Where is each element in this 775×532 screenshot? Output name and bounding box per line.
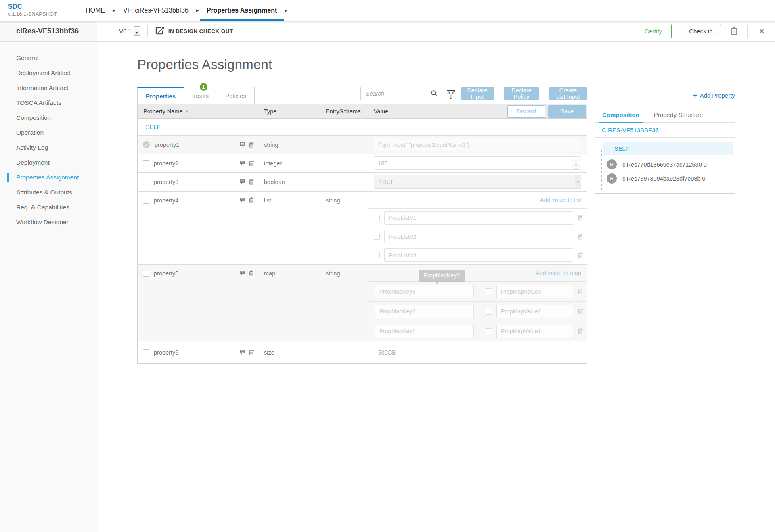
delete-icon[interactable] xyxy=(731,27,737,35)
property1-value-input[interactable] xyxy=(374,138,581,151)
tree-node-resource[interactable]: R ciRes770d18569e37ac712530 0 xyxy=(607,159,735,169)
list-item-checkbox[interactable] xyxy=(374,234,380,240)
list-item-input[interactable] xyxy=(384,230,573,243)
comment-icon[interactable] xyxy=(240,198,245,203)
sidebar-item-workflow-designer[interactable]: Workflow Designer xyxy=(0,215,97,229)
delete-map-entry-icon[interactable] xyxy=(578,328,583,334)
body: General Deployment Artifact Information … xyxy=(0,42,775,532)
tab-properties-label: Properties xyxy=(146,93,176,100)
add-value-to-map-link[interactable]: Add value to map xyxy=(536,270,581,276)
checked-disabled-checkbox[interactable] xyxy=(143,141,150,148)
delete-property-icon[interactable] xyxy=(248,269,255,277)
comment-icon[interactable] xyxy=(240,161,245,166)
row-checkbox[interactable] xyxy=(143,349,149,355)
delete-map-entry-icon[interactable] xyxy=(578,289,583,294)
row-checkbox[interactable] xyxy=(143,271,149,277)
tab-inputs[interactable]: Inputs 1 xyxy=(184,87,217,104)
property6-value-input[interactable] xyxy=(374,346,581,359)
breadcrumb-home[interactable]: HOME xyxy=(79,0,112,21)
tab-property-structure[interactable]: Property Structure xyxy=(647,107,710,122)
add-value-to-list-link[interactable]: Add value to list xyxy=(540,197,581,203)
tree-node-self[interactable]: SELF xyxy=(603,142,733,155)
comment-icon[interactable] xyxy=(240,179,245,185)
version-select[interactable]: ▾ xyxy=(134,26,140,36)
sidebar-item-general[interactable]: General xyxy=(0,50,97,65)
sidebar-item-req-capabilities[interactable]: Req. & Capabilities xyxy=(0,200,97,215)
delete-list-item-icon[interactable] xyxy=(578,252,583,258)
map-value-input[interactable] xyxy=(496,325,573,338)
property4-name-cell: property4 xyxy=(138,192,258,264)
map-key-input[interactable] xyxy=(375,285,474,298)
delete-property-icon[interactable] xyxy=(249,142,254,148)
sidebar-item-deployment[interactable]: Deployment xyxy=(0,155,97,170)
row-checkbox[interactable] xyxy=(143,198,149,204)
stepper-down-icon[interactable]: ▼ xyxy=(572,163,580,169)
discard-button[interactable]: Discard xyxy=(507,105,545,118)
sidebar-item-composition[interactable]: Composition xyxy=(0,110,97,125)
boolean-select[interactable]: TRUE ▼ xyxy=(374,175,581,189)
list-item-checkbox[interactable] xyxy=(374,252,380,258)
create-list-input-button[interactable]: Create List Input xyxy=(549,87,587,100)
property-type: list xyxy=(258,192,320,264)
search-icon[interactable] xyxy=(431,90,438,98)
list-item-row xyxy=(368,246,587,264)
delete-property-icon[interactable] xyxy=(249,161,254,166)
delete-list-item-icon[interactable] xyxy=(578,215,583,221)
sidebar-item-attributes-outputs[interactable]: Attributes & Outputs xyxy=(0,185,97,200)
filter-icon[interactable] xyxy=(447,90,455,101)
breadcrumb-current[interactable]: Properties Assignment xyxy=(200,0,284,21)
property2-value-cell: ▲ ▼ xyxy=(368,154,587,172)
sidebar-item-properties-assignment[interactable]: Properties Assignment xyxy=(0,170,97,185)
map-key-input[interactable] xyxy=(375,305,474,318)
search-input[interactable] xyxy=(360,87,441,100)
declare-input-button[interactable]: Declare Input xyxy=(461,87,494,100)
declare-policy-button[interactable]: Declare Policy xyxy=(504,87,539,100)
add-property-link[interactable]: + Add Property xyxy=(595,87,735,104)
col-type: Type xyxy=(258,104,320,118)
sidebar-item-information-artifact[interactable]: Information Artifact xyxy=(0,80,97,95)
delete-property-icon[interactable] xyxy=(249,179,254,185)
map-entry-checkbox[interactable] xyxy=(486,328,492,334)
map-value-input[interactable] xyxy=(496,305,573,318)
row-icons xyxy=(240,350,254,355)
comment-icon[interactable] xyxy=(240,142,245,147)
list-item-checkbox[interactable] xyxy=(374,215,380,221)
map-key-input[interactable] xyxy=(375,325,474,338)
map-entry-checkbox[interactable] xyxy=(486,309,492,315)
tab-policies[interactable]: Policies xyxy=(217,87,255,104)
delete-property-icon[interactable] xyxy=(249,197,254,203)
save-button[interactable]: Save xyxy=(548,105,586,118)
map-entry-checkbox[interactable] xyxy=(486,288,492,294)
sidebar-item-deployment-artifact[interactable]: Deployment Artifact xyxy=(0,65,97,80)
map-value-input[interactable] xyxy=(496,285,573,298)
sidebar-item-operation[interactable]: Operation xyxy=(0,125,97,140)
row-checkbox[interactable] xyxy=(143,179,149,185)
list-item-input[interactable] xyxy=(384,248,573,262)
self-group-link[interactable]: SELF xyxy=(146,124,160,130)
certify-button[interactable]: Certify xyxy=(635,24,672,38)
tree-node-resource[interactable]: R ciRes73973094ba923df7e08b 0 xyxy=(607,173,735,184)
sidebar-item-tosca-artifacts[interactable]: TOSCA Artifacts xyxy=(0,95,97,110)
property2-value-input[interactable] xyxy=(374,156,581,170)
delete-property-icon[interactable] xyxy=(249,350,254,355)
composition-root-link[interactable]: CIRES-VF513BBF36 xyxy=(602,127,659,134)
tab-composition[interactable]: Composition xyxy=(595,107,647,122)
check-in-button[interactable]: Check in xyxy=(681,24,721,38)
number-input-wrap: ▲ ▼ xyxy=(374,156,581,170)
comment-icon[interactable] xyxy=(240,271,245,276)
close-icon[interactable]: ✕ xyxy=(758,27,765,35)
property3-value-cell: TRUE ▼ xyxy=(368,173,587,191)
delete-list-item-icon[interactable] xyxy=(578,234,583,240)
breadcrumb-vf[interactable]: VF: ciRes-VF513bbf36 xyxy=(116,0,195,21)
delete-map-entry-icon[interactable] xyxy=(578,309,583,314)
list-item-input[interactable] xyxy=(384,211,573,225)
row-checkbox[interactable] xyxy=(143,160,149,166)
col-property-name[interactable]: Property Name ▼ xyxy=(138,104,258,118)
tab-properties[interactable]: Properties xyxy=(137,87,184,104)
comment-icon[interactable] xyxy=(240,350,245,355)
sidebar-item-activity-log[interactable]: Activity Log xyxy=(0,140,97,155)
sort-caret-icon: ▼ xyxy=(185,109,189,113)
stepper-up-icon[interactable]: ▲ xyxy=(572,158,580,163)
sdc-logo[interactable]: SDC v.1.16.1-SNAPSHOT xyxy=(0,0,79,21)
composition-tree: SELF R ciRes770d18569e37ac712530 0 R ciR… xyxy=(595,138,735,193)
